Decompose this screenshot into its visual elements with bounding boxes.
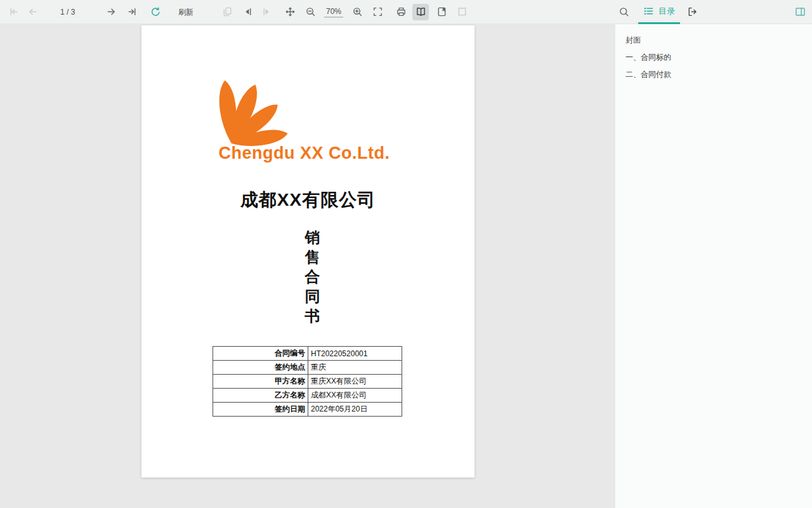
prev-page-button[interactable] xyxy=(24,4,41,20)
toc-item-payment[interactable]: 二、合同付款 xyxy=(625,70,804,79)
double-page-button[interactable] xyxy=(454,4,470,20)
prev-view-button[interactable] xyxy=(239,4,256,20)
table-label-cell: 乙方名称 xyxy=(213,389,308,403)
table-row: 合同编号 HT20220520001 xyxy=(213,347,402,361)
vertical-title-char: 合 xyxy=(305,267,320,286)
refresh-icon xyxy=(150,6,161,17)
company-name: 成都XX有限公司 xyxy=(141,188,475,212)
toc-item-cover[interactable]: 封面 xyxy=(625,36,804,45)
print-icon xyxy=(396,6,407,17)
document-page: Chengdu XX Co.Ltd. 成都XX有限公司 销 售 合 同 书 合同… xyxy=(141,25,475,478)
zoom-out-icon xyxy=(305,6,316,17)
toolbar: 1 / 3 刷新 xyxy=(0,0,812,24)
first-page-button[interactable] xyxy=(5,4,22,20)
prev-view-icon xyxy=(242,6,253,17)
zoom-in-button[interactable] xyxy=(349,4,365,20)
prev-page-icon xyxy=(27,6,38,17)
vertical-title: 销 售 合 同 书 xyxy=(305,227,320,326)
next-view-icon xyxy=(261,6,272,17)
exit-button[interactable] xyxy=(684,4,700,20)
toc-tab-label: 目录 xyxy=(658,6,675,17)
read-mode-button[interactable] xyxy=(412,4,429,20)
fit-screen-button[interactable] xyxy=(369,4,386,20)
vertical-title-char: 书 xyxy=(305,306,320,326)
zoom-level-dropdown[interactable]: 70% xyxy=(324,6,343,17)
fit-screen-icon xyxy=(372,6,383,17)
copy-page-icon xyxy=(222,6,233,17)
table-row: 甲方名称 重庆XX有限公司 xyxy=(213,375,402,389)
toc-list-icon xyxy=(643,6,654,17)
company-logo xyxy=(205,57,338,147)
next-view-button[interactable] xyxy=(258,4,275,20)
sidebar-toggle-icon xyxy=(795,6,806,17)
first-page-icon xyxy=(8,6,19,17)
table-row: 签约地点 重庆 xyxy=(213,361,402,375)
next-page-icon xyxy=(106,6,117,17)
toc-panel: 封面 一、合同标的 二、合同付款 xyxy=(615,24,812,508)
vertical-title-char: 销 xyxy=(305,227,320,247)
copy-page-button[interactable] xyxy=(219,4,235,20)
table-row: 签约日期 2022年05月20日 xyxy=(213,403,402,417)
toc-item-subject[interactable]: 一、合同标的 xyxy=(625,53,804,62)
search-icon xyxy=(619,6,629,17)
last-page-button[interactable] xyxy=(124,4,140,20)
next-page-button[interactable] xyxy=(103,4,119,20)
pan-icon xyxy=(285,6,296,17)
table-value-cell: HT20220520001 xyxy=(308,347,402,361)
document-viewer[interactable]: Chengdu XX Co.Ltd. 成都XX有限公司 销 售 合 同 书 合同… xyxy=(0,24,615,508)
open-book-icon xyxy=(416,6,426,17)
print-button[interactable] xyxy=(393,4,409,20)
last-page-icon xyxy=(127,6,138,17)
logo-text: Chengdu XX Co.Ltd. xyxy=(138,144,471,163)
vertical-title-char: 售 xyxy=(305,247,320,267)
zoom-out-button[interactable] xyxy=(302,4,318,20)
table-label-cell: 合同编号 xyxy=(213,347,308,361)
toc-tab[interactable]: 目录 xyxy=(638,0,680,24)
exit-icon xyxy=(687,6,698,17)
refresh-label[interactable]: 刷新 xyxy=(178,6,193,17)
table-label-cell: 甲方名称 xyxy=(213,375,308,389)
pan-button[interactable] xyxy=(282,4,298,20)
table-label-cell: 签约地点 xyxy=(213,361,308,375)
table-value-cell: 重庆 xyxy=(308,361,402,375)
vertical-title-char: 同 xyxy=(305,286,320,306)
table-label-cell: 签约日期 xyxy=(213,403,308,417)
page-indicator[interactable]: 1 / 3 xyxy=(60,8,75,17)
search-button[interactable] xyxy=(615,4,632,20)
zoom-in-icon xyxy=(352,6,363,17)
double-page-icon xyxy=(457,6,468,17)
table-value-cell: 重庆XX有限公司 xyxy=(308,375,402,389)
table-row: 乙方名称 成都XX有限公司 xyxy=(213,389,402,403)
table-value-cell: 2022年05月20日 xyxy=(308,403,402,417)
bookmark-book-icon xyxy=(436,6,447,17)
bookmark-book-button[interactable] xyxy=(433,4,450,20)
table-value-cell: 成都XX有限公司 xyxy=(308,389,402,403)
contract-info-table: 合同编号 HT20220520001 签约地点 重庆 甲方名称 重庆XX有限公司… xyxy=(213,346,402,417)
refresh-button[interactable] xyxy=(147,4,164,20)
sidebar-toggle-button[interactable] xyxy=(792,4,808,20)
